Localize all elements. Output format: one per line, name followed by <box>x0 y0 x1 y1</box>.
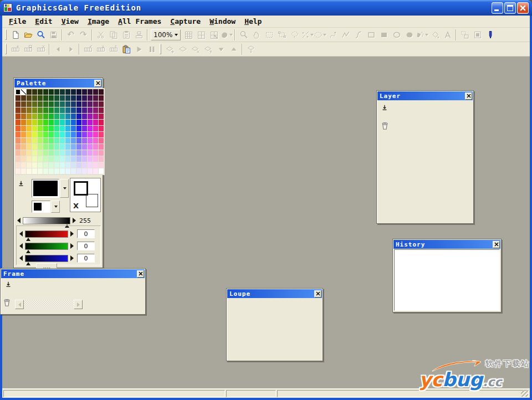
blue-decrease-arrow[interactable] <box>19 255 23 261</box>
palette-color-cell[interactable] <box>54 156 59 162</box>
palette-color-cell[interactable] <box>60 126 65 131</box>
palette-color-cell[interactable] <box>43 126 48 131</box>
palette-color-cell[interactable] <box>16 107 21 113</box>
palette-color-cell[interactable] <box>32 150 37 156</box>
palette-color-cell[interactable] <box>88 144 93 150</box>
menu-all-frames[interactable]: All Frames <box>114 16 166 27</box>
palette-pin-button[interactable] <box>17 180 25 188</box>
palette-color-cell[interactable] <box>65 114 70 119</box>
palette-color-cell[interactable] <box>27 95 32 101</box>
palette-color-cell[interactable] <box>43 168 48 174</box>
palette-color-cell[interactable] <box>60 132 65 137</box>
palette-color-cell[interactable] <box>43 162 48 168</box>
palette-color-cell[interactable] <box>27 132 32 137</box>
blue-increase-arrow[interactable] <box>70 255 74 261</box>
palette-color-cell[interactable] <box>32 114 37 119</box>
palette-color-cell[interactable] <box>43 132 48 137</box>
palette-color-cell[interactable] <box>93 95 98 101</box>
palette-color-cell[interactable] <box>54 120 59 125</box>
background-dropdown-button[interactable] <box>51 201 60 213</box>
layer-trash-icon[interactable] <box>380 120 390 133</box>
paste-as-new-frame-button[interactable] <box>120 43 132 55</box>
palette-color-cell[interactable] <box>27 101 32 107</box>
palette-color-cell[interactable] <box>76 95 81 101</box>
palette-color-cell[interactable] <box>27 126 32 131</box>
palette-color-cell[interactable] <box>16 144 21 150</box>
palette-color-cell[interactable] <box>88 101 93 107</box>
palette-color-cell[interactable] <box>21 120 26 125</box>
palette-color-cell[interactable] <box>54 107 59 113</box>
palette-color-cell[interactable] <box>43 138 48 143</box>
palette-color-cell[interactable] <box>93 101 98 107</box>
palette-color-cell[interactable] <box>93 126 98 131</box>
palette-color-cell[interactable] <box>99 114 104 119</box>
palette-color-cell[interactable] <box>99 126 104 131</box>
palette-color-cell[interactable] <box>99 107 104 113</box>
palette-color-cell[interactable] <box>38 101 43 107</box>
palette-color-cell[interactable] <box>49 150 54 156</box>
palette-color-cell[interactable] <box>32 101 37 107</box>
palette-color-cell[interactable] <box>76 89 81 95</box>
palette-color-cell[interactable] <box>71 138 76 143</box>
palette-color-cell[interactable] <box>38 120 43 125</box>
palette-color-cell[interactable] <box>99 168 104 174</box>
palette-color-cell[interactable] <box>21 138 26 143</box>
palette-color-cell[interactable] <box>54 162 59 168</box>
background-swatch[interactable] <box>32 201 50 213</box>
palette-color-cell[interactable] <box>76 138 81 143</box>
frame-pin-button[interactable] <box>4 281 12 289</box>
frame-close-button[interactable] <box>137 270 144 278</box>
red-slider-thumb[interactable] <box>26 238 30 241</box>
palette-color-cell[interactable] <box>93 120 98 125</box>
palette-color-cell[interactable] <box>49 132 54 137</box>
palette-color-cell[interactable] <box>21 107 26 113</box>
palette-color-cell[interactable] <box>99 120 104 125</box>
palette-color-cell[interactable] <box>71 168 76 174</box>
palette-color-cell[interactable] <box>21 144 26 150</box>
palette-color-cell[interactable] <box>76 132 81 137</box>
palette-color-cell[interactable] <box>76 101 81 107</box>
palette-color-cell[interactable] <box>88 114 93 119</box>
palette-color-cell[interactable] <box>82 168 87 174</box>
palette-color-cell[interactable] <box>16 89 21 95</box>
palette-color-cell[interactable] <box>49 107 54 113</box>
new-file-button[interactable] <box>9 29 22 41</box>
loupe-titlebar[interactable]: Loupe <box>227 289 322 298</box>
palette-color-cell[interactable] <box>65 156 70 162</box>
palette-color-cell[interactable] <box>32 162 37 168</box>
palette-color-cell[interactable] <box>38 95 43 101</box>
green-decrease-arrow[interactable] <box>19 243 23 249</box>
palette-color-cell[interactable] <box>93 144 98 150</box>
palette-color-cell[interactable] <box>99 132 104 137</box>
palette-color-cell[interactable] <box>82 144 87 150</box>
palette-color-cell[interactable] <box>54 89 59 95</box>
palette-color-cell[interactable] <box>21 156 26 162</box>
palette-color-cell[interactable] <box>49 89 54 95</box>
palette-color-cell[interactable] <box>54 114 59 119</box>
palette-color-cell[interactable] <box>60 120 65 125</box>
palette-color-cell[interactable] <box>60 156 65 162</box>
palette-color-cell[interactable] <box>82 101 87 107</box>
palette-color-cell[interactable] <box>43 114 48 119</box>
menu-file[interactable]: File <box>4 16 30 27</box>
palette-color-cell[interactable] <box>65 120 70 125</box>
palette-color-cell[interactable] <box>71 89 76 95</box>
palette-color-cell[interactable] <box>88 95 93 101</box>
palette-color-cell[interactable] <box>60 138 65 143</box>
palette-color-cell[interactable] <box>82 126 87 131</box>
palette-color-cell[interactable] <box>32 95 37 101</box>
palette-color-cell[interactable] <box>71 126 76 131</box>
palette-color-cell[interactable] <box>65 144 70 150</box>
palette-color-cell[interactable] <box>38 89 43 95</box>
palette-color-cell[interactable] <box>16 156 21 162</box>
palette-color-cell[interactable] <box>43 120 48 125</box>
palette-color-cell[interactable] <box>99 162 104 168</box>
history-list[interactable] <box>394 249 500 311</box>
frame-titlebar[interactable]: Frame <box>1 269 145 278</box>
palette-color-cell[interactable] <box>82 138 87 143</box>
palette-color-cell[interactable] <box>88 162 93 168</box>
palette-color-cell[interactable] <box>38 107 43 113</box>
palette-color-cell[interactable] <box>60 95 65 101</box>
green-slider[interactable] <box>25 243 68 250</box>
palette-color-cell[interactable] <box>27 114 32 119</box>
